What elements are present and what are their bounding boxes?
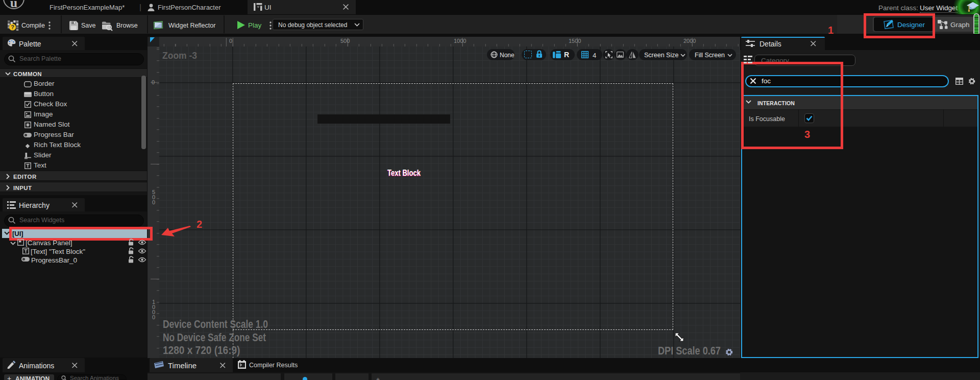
svg-text:?: ? <box>11 24 14 30</box>
svg-text:u: u <box>10 0 17 10</box>
